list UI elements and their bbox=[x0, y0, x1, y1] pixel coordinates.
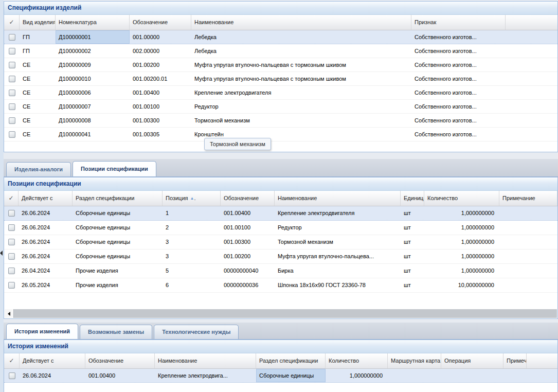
table-cell[interactable]: 1,000000000 bbox=[424, 250, 499, 263]
table-cell[interactable]: 001.00000 bbox=[130, 30, 191, 44]
table-cell[interactable]: 001.00200 bbox=[221, 250, 275, 263]
table-cell[interactable]: 3 bbox=[163, 235, 221, 249]
table-row[interactable]: 26.05.2024Прочие изделия600000000036Шпон… bbox=[4, 278, 557, 293]
row-checkbox[interactable] bbox=[8, 224, 15, 231]
row-checkbox[interactable] bbox=[9, 34, 15, 41]
column-header[interactable]: Действует с bbox=[19, 191, 73, 206]
column-header[interactable]: Номенклатура bbox=[56, 15, 130, 30]
check-column-header[interactable]: ✓ bbox=[4, 353, 20, 368]
table-cell[interactable]: 001.00400 bbox=[130, 86, 191, 99]
table-cell[interactable]: Шпонка 18x16x90 ГОСТ 23360-78 bbox=[275, 278, 401, 292]
row-checkbox[interactable] bbox=[9, 90, 15, 96]
column-header[interactable]: Обозначение bbox=[85, 353, 155, 368]
table-row[interactable]: СЕД100000009001.00200Муфта упругая втуло… bbox=[4, 58, 557, 72]
table-cell[interactable]: Собственного изготов... bbox=[411, 44, 506, 58]
table-cell[interactable]: Сборочные единицы bbox=[73, 221, 163, 235]
table-cell[interactable] bbox=[499, 250, 557, 263]
panel-splitter[interactable] bbox=[0, 0, 4, 392]
column-header[interactable]: Наименование bbox=[275, 191, 401, 206]
table-cell[interactable]: СЕ bbox=[20, 114, 56, 127]
column-header[interactable]: Наименование bbox=[191, 15, 411, 30]
table-cell[interactable]: 2 bbox=[163, 221, 221, 235]
tab-possible-replacements[interactable]: Возможные замены bbox=[80, 325, 152, 339]
check-column-header[interactable]: ✓ bbox=[4, 15, 20, 30]
table-cell[interactable]: ГП bbox=[20, 44, 56, 58]
table-cell[interactable] bbox=[499, 278, 557, 292]
table-cell[interactable]: 1,000000000 bbox=[424, 221, 499, 235]
table-cell[interactable] bbox=[499, 235, 557, 249]
table-cell[interactable]: Д100000009 bbox=[56, 58, 130, 72]
table-row[interactable]: СЕД100000007001.00100РедукторСобственног… bbox=[4, 100, 557, 114]
table-cell[interactable]: ГП bbox=[20, 30, 56, 44]
table-cell[interactable]: Лебедка bbox=[191, 44, 411, 58]
row-checkbox[interactable] bbox=[8, 282, 15, 289]
table-cell[interactable]: Редуктор bbox=[191, 100, 411, 113]
row-checkbox[interactable] bbox=[8, 268, 15, 274]
table-cell[interactable]: 1 bbox=[163, 206, 221, 220]
row-checkbox[interactable] bbox=[8, 210, 15, 217]
table-cell[interactable]: 26.06.2024 bbox=[19, 206, 73, 220]
table-cell[interactable]: Сборочные единицы bbox=[73, 235, 163, 249]
table-cell[interactable]: 10,000000000 bbox=[424, 278, 499, 292]
table-cell[interactable]: Тормозной механизм bbox=[275, 235, 401, 249]
table-cell[interactable]: Крепление электродвигателя bbox=[191, 86, 411, 99]
table-cell[interactable]: 1,000000000 bbox=[424, 264, 499, 278]
table-cell[interactable]: Бирка bbox=[275, 264, 401, 278]
table-cell[interactable] bbox=[441, 369, 503, 382]
table-cell[interactable]: Собственного изготов... bbox=[411, 128, 506, 141]
table-cell[interactable]: 001.00200 bbox=[130, 58, 191, 72]
table-cell[interactable]: Крепление электродвигателя bbox=[275, 206, 401, 220]
table-cell[interactable]: 26.06.2024 bbox=[19, 250, 73, 263]
row-checkbox[interactable] bbox=[9, 117, 15, 124]
table-cell[interactable]: 5 bbox=[163, 264, 221, 278]
table-cell[interactable]: 26.06.2024 bbox=[19, 221, 73, 235]
table-cell[interactable]: СЕ bbox=[20, 86, 56, 99]
table-cell[interactable]: 001.00200.01 bbox=[130, 72, 191, 85]
table-cell[interactable] bbox=[499, 221, 557, 235]
column-header[interactable]: Позиция▲. bbox=[163, 191, 221, 206]
tab-spec-positions[interactable]: Позиции спецификации bbox=[73, 161, 156, 176]
table-cell[interactable]: 001.00100 bbox=[130, 100, 191, 113]
table-cell[interactable] bbox=[503, 369, 527, 382]
table-row[interactable]: ГПД100000002002.00000ЛебедкаСобственного… bbox=[4, 44, 557, 58]
table-cell[interactable]: Собственного изготов... bbox=[411, 72, 506, 85]
column-header[interactable]: Раздел спецификации bbox=[73, 191, 163, 206]
table-cell[interactable]: Сборочные единицы bbox=[73, 206, 163, 220]
row-checkbox[interactable] bbox=[9, 103, 15, 110]
table-cell[interactable]: 1,000000000 bbox=[326, 369, 388, 382]
table-cell[interactable]: 26.05.2024 bbox=[19, 278, 73, 292]
table-cell[interactable] bbox=[499, 264, 557, 278]
table-cell[interactable]: Прочие изделия bbox=[73, 278, 163, 292]
table-cell[interactable]: Тормозной механизм bbox=[191, 114, 411, 127]
table-cell[interactable]: 001.00305 bbox=[130, 128, 191, 141]
column-header[interactable]: Действует с bbox=[20, 353, 85, 368]
table-cell[interactable]: Крепление электродвига... bbox=[155, 369, 256, 382]
table-cell[interactable]: 1,000000000 bbox=[424, 206, 499, 220]
table-cell[interactable]: Сборочные единицы bbox=[256, 369, 326, 382]
table-cell[interactable]: СЕ bbox=[20, 100, 56, 113]
column-header[interactable]: Единица bbox=[401, 191, 424, 206]
column-header[interactable]: Примечание bbox=[499, 191, 557, 206]
table-cell[interactable]: 001.00300 bbox=[221, 235, 275, 249]
table-row[interactable]: 26.06.2024Сборочные единицы3001.00200Муф… bbox=[4, 250, 557, 264]
column-header[interactable]: Примечание bbox=[503, 353, 527, 368]
table-cell[interactable]: шт bbox=[401, 221, 424, 235]
column-header[interactable]: Маршрутная карта bbox=[388, 353, 441, 368]
table-cell[interactable]: Д100000002 bbox=[56, 44, 130, 58]
table-cell[interactable]: 26.04.2024 bbox=[19, 264, 73, 278]
row-checkbox[interactable] bbox=[8, 253, 15, 260]
table-cell[interactable]: Д100000010 bbox=[56, 72, 130, 85]
row-checkbox[interactable] bbox=[9, 76, 15, 82]
scroll-left-button[interactable] bbox=[5, 309, 13, 318]
table-cell[interactable]: 3 bbox=[163, 250, 221, 263]
table-cell[interactable]: Д100000006 bbox=[56, 86, 130, 99]
column-header[interactable]: Операция bbox=[441, 353, 503, 368]
horizontal-scrollbar[interactable] bbox=[5, 309, 557, 318]
row-checkbox[interactable] bbox=[9, 131, 15, 138]
row-checkbox[interactable] bbox=[8, 239, 15, 245]
table-cell[interactable]: шт bbox=[401, 235, 424, 249]
row-checkbox[interactable] bbox=[9, 372, 15, 379]
tab-change-history[interactable]: История изменений bbox=[6, 324, 78, 339]
table-cell[interactable]: Д100000007 bbox=[56, 100, 130, 113]
scroll-thumb[interactable] bbox=[13, 309, 557, 318]
